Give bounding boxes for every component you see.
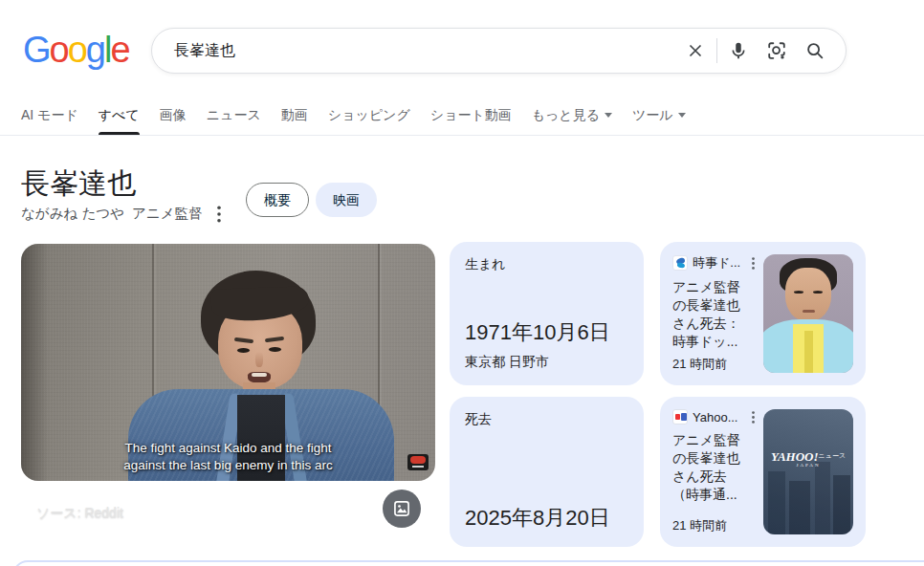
news-more-options-button[interactable]	[752, 411, 755, 424]
tab-more[interactable]: もっと見る	[532, 107, 612, 136]
watermark-badge	[407, 454, 429, 470]
kebab-menu-icon	[752, 257, 755, 270]
subtitle-caption-line2: against the last big enemy in this arc	[21, 458, 435, 472]
chip-movies[interactable]: 映画	[316, 183, 377, 217]
tab-label: すべて	[99, 107, 140, 124]
kebab-menu-icon	[217, 206, 221, 223]
tab-label: AI モード	[21, 107, 78, 124]
image-source-attribution: ソース: Reddit	[36, 505, 123, 522]
chevron-down-icon	[678, 113, 686, 118]
search-bar: 長峯達也	[151, 28, 847, 74]
tab-news[interactable]: ニュース	[207, 107, 261, 136]
yahoo-news-logo: YAHOO!ニュース JAPAN	[763, 447, 853, 468]
news-timestamp: 21 時間前	[672, 356, 755, 373]
page-title: 長峯達也	[21, 164, 136, 204]
tab-label: もっと見る	[532, 107, 600, 124]
tab-label: ショッピング	[328, 107, 410, 124]
fact-value: 2025年8月20日	[465, 504, 628, 533]
news-timestamp: 21 時間前	[672, 517, 755, 534]
image-icon	[392, 499, 411, 518]
tab-tools[interactable]: ツール	[632, 107, 686, 136]
news-card-text: 時事ド... アニメ監督 の長峯達也 さん死去： 時事ドッ... 21 時間前	[672, 254, 755, 373]
next-section-card	[12, 560, 924, 566]
tab-label: ショート動画	[430, 107, 512, 124]
news-source: Yahoo...	[693, 410, 747, 424]
results-tab-bar: AI モード すべて 画像 ニュース 動画 ショッピング ショート動画 もっと見…	[0, 99, 924, 136]
fact-card-birth: 生まれ 1971年10月6日 東京都 日野市	[450, 242, 644, 385]
news-more-options-button[interactable]	[752, 257, 755, 270]
news-card[interactable]: 時事ド... アニメ監督 の長峯達也 さん死去： 時事ドッ... 21 時間前	[660, 242, 866, 385]
yahoo-favicon	[672, 409, 688, 424]
news-headline: アニメ監督 の長峯達也 さん死去： 時事ドッ...	[672, 278, 755, 351]
news-headline: アニメ監督 の長峯達也 さん死去 （時事通...	[672, 431, 755, 504]
search-bar-actions	[676, 32, 846, 70]
news-card-text: Yahoo... アニメ監督 の長峯達也 さん死去 （時事通... 21 時間前	[672, 409, 755, 534]
tab-shopping[interactable]: ショッピング	[328, 107, 410, 136]
chip-overview[interactable]: 概要	[246, 183, 309, 217]
search-submit-button[interactable]	[796, 32, 834, 70]
tab-videos[interactable]: 動画	[281, 107, 308, 136]
fact-label: 生まれ	[465, 256, 628, 273]
fact-value: 1971年10月6日	[465, 318, 628, 347]
close-icon	[685, 40, 706, 61]
tab-images[interactable]: 画像	[160, 107, 187, 136]
entity-more-options-button[interactable]	[217, 206, 221, 223]
voice-search-button[interactable]	[719, 32, 758, 70]
tab-ai-mode[interactable]: AI モード	[21, 107, 78, 136]
search-icon	[804, 40, 825, 61]
logo-letter: g	[86, 30, 104, 70]
logo-letter: o	[68, 30, 86, 70]
news-thumbnail-yahoo: YAHOO!ニュース JAPAN	[763, 409, 853, 534]
logo-letter: G	[23, 30, 50, 70]
jiji-favicon	[672, 255, 688, 271]
news-card[interactable]: Yahoo... アニメ監督 の長峯達也 さん死去 （時事通... 21 時間前…	[660, 397, 866, 547]
lens-search-button[interactable]	[758, 32, 796, 70]
entity-hero-image[interactable]: The fight against Kaido and the fight ag…	[21, 244, 435, 481]
news-thumbnail-portrait	[763, 254, 853, 373]
google-search-results-page: Google 長峯達也	[0, 0, 924, 566]
entity-subtitle: ながみね たつや アニメ監督	[21, 205, 202, 223]
tab-label: 動画	[281, 107, 308, 124]
tab-short-videos[interactable]: ショート動画	[430, 107, 512, 136]
search-input[interactable]: 長峯達也	[152, 41, 676, 61]
tab-label: ニュース	[207, 107, 261, 124]
google-logo[interactable]: Google	[23, 30, 129, 71]
tab-all[interactable]: すべて	[99, 107, 140, 136]
fact-subvalue: 東京都 日野市	[465, 354, 628, 371]
kebab-menu-icon	[752, 411, 755, 424]
microphone-icon	[728, 40, 749, 61]
tab-label: ツール	[632, 107, 673, 124]
google-lens-icon	[766, 40, 787, 61]
fact-card-death: 死去 2025年8月20日	[450, 397, 644, 547]
entity-subtitle-row: ながみね たつや アニメ監督	[21, 205, 221, 223]
tab-label: 画像	[160, 107, 187, 124]
clear-search-button[interactable]	[676, 32, 715, 70]
more-images-button[interactable]	[383, 490, 421, 528]
fact-label: 死去	[465, 411, 628, 428]
chevron-down-icon	[605, 113, 612, 118]
search-bar-divider	[716, 38, 717, 63]
news-source: 時事ド...	[693, 254, 747, 272]
subtitle-caption-line1: The fight against Kaido and the fight	[21, 441, 435, 455]
logo-letter: e	[110, 30, 128, 70]
logo-letter: o	[50, 30, 68, 70]
